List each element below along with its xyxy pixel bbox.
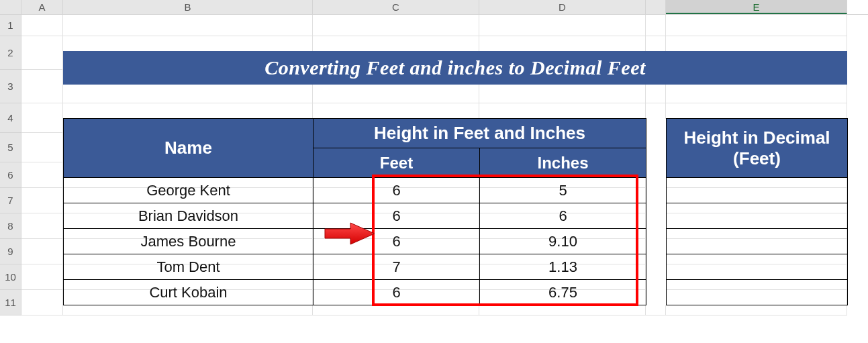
data-table: Name Height in Feet and Inches Height in…: [63, 118, 848, 305]
cell-inches[interactable]: 5: [480, 178, 646, 203]
table-row: Curt Kobain 6 6.75: [64, 280, 848, 305]
cell-inches[interactable]: 6.75: [480, 280, 646, 305]
title-text: Converting Feet and inches to Decimal Fe…: [264, 56, 646, 79]
cell-name[interactable]: George Kent: [64, 178, 314, 203]
cell-dec[interactable]: [667, 203, 848, 229]
header-gap: [646, 119, 667, 178]
header-inches[interactable]: Inches: [480, 148, 646, 178]
cell-feet[interactable]: 6: [314, 229, 480, 254]
row-header-11[interactable]: 11: [0, 290, 21, 315]
title-banner[interactable]: Converting Feet and inches to Decimal Fe…: [63, 51, 847, 85]
col-header-E[interactable]: E: [666, 0, 847, 14]
cell-name[interactable]: Tom Dent: [64, 254, 314, 280]
table-row: George Kent 6 5: [64, 178, 848, 203]
col-header-gap[interactable]: [646, 0, 666, 14]
row-header-4[interactable]: 4: [0, 103, 21, 133]
header-height-dec[interactable]: Height in Decimal (Feet): [667, 119, 848, 178]
cell-dec[interactable]: [667, 254, 848, 280]
cell-gap: [646, 280, 667, 305]
header-height-dec-l2: (Feet): [733, 148, 781, 168]
select-all-corner[interactable]: [0, 0, 21, 15]
header-height-fi[interactable]: Height in Feet and Inches: [314, 119, 646, 148]
row-header-col: 1 2 3 4 5 6 7 8 9 10 11: [0, 15, 21, 315]
spreadsheet: A B C D E 1 2 3 4 5 6 7 8 9 10 11: [0, 0, 868, 343]
cell-feet[interactable]: 6: [314, 203, 480, 229]
header-name[interactable]: Name: [64, 119, 314, 178]
cell-name[interactable]: Curt Kobain: [64, 280, 314, 305]
table-row: Brian Davidson 6 6: [64, 203, 848, 229]
table-row: James Bourne 6 9.10: [64, 229, 848, 254]
cell-gap: [646, 229, 667, 254]
row-header-9[interactable]: 9: [0, 239, 21, 264]
cell-feet[interactable]: 7: [314, 254, 480, 280]
cell-name[interactable]: Brian Davidson: [64, 203, 314, 229]
col-header-B[interactable]: B: [63, 0, 313, 14]
cell-inches[interactable]: 9.10: [480, 229, 646, 254]
column-header-row: A B C D E: [0, 0, 868, 15]
header-height-dec-l1: Height in Decimal: [683, 128, 830, 148]
row-header-3[interactable]: 3: [0, 70, 21, 103]
row-header-8[interactable]: 8: [0, 213, 21, 239]
col-header-C[interactable]: C: [313, 0, 479, 14]
row-header-2[interactable]: 2: [0, 36, 21, 70]
cell-gap: [646, 203, 667, 229]
col-header-D[interactable]: D: [479, 0, 646, 14]
cell-dec[interactable]: [667, 229, 848, 254]
row-header-7[interactable]: 7: [0, 188, 21, 213]
cell-inches[interactable]: 6: [480, 203, 646, 229]
cell-name[interactable]: James Bourne: [64, 229, 314, 254]
cell-dec[interactable]: [667, 280, 848, 305]
row-header-1[interactable]: 1: [0, 15, 21, 36]
cell-feet[interactable]: 6: [314, 178, 480, 203]
cell-dec[interactable]: [667, 178, 848, 203]
cell-gap: [646, 254, 667, 280]
col-header-A[interactable]: A: [21, 0, 63, 14]
row-header-5[interactable]: 5: [0, 133, 21, 162]
header-feet[interactable]: Feet: [314, 148, 480, 178]
cell-gap: [646, 178, 667, 203]
cell-feet[interactable]: 6: [314, 280, 480, 305]
grid-area[interactable]: Converting Feet and inches to Decimal Fe…: [21, 15, 868, 315]
cell-inches[interactable]: 1.13: [480, 254, 646, 280]
row-header-10[interactable]: 10: [0, 264, 21, 290]
row-header-6[interactable]: 6: [0, 162, 21, 188]
table-row: Tom Dent 7 1.13: [64, 254, 848, 280]
